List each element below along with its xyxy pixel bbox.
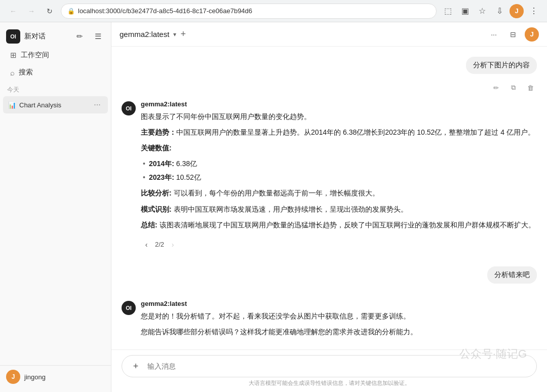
sidebar-top: OI 新对话 ✏ ☰ (0, 26, 111, 47)
edit-msg-button[interactable]: ✏ (489, 81, 502, 94)
browser-chrome: ← → ↻ 🔒 localhost:3000/c/b3e2477d-a8c5-4… (0, 0, 547, 22)
message-input[interactable] (147, 362, 529, 370)
chat-item-label: Chart Analysis (19, 101, 89, 109)
ai-list-item-2: 2023年: 10.52亿 (149, 172, 537, 183)
sidebar-bottom: J jingong (0, 365, 111, 388)
header-avatar: J (525, 27, 539, 42)
profile-button[interactable]: J (510, 4, 524, 18)
main-area: gemma2:latest ▾ + ··· ⊟ J 分析下图片的内容 ✏ ⧉ 🗑… (111, 22, 547, 392)
browser-action-buttons: ⬚ ▣ ☆ ⇩ J ⋮ (441, 4, 541, 18)
ai-list-1: 2014年: 6.38亿 2023年: 10.52亿 (141, 158, 537, 183)
pagination-label: 2/2 (155, 241, 164, 248)
ai-para-1-2: 关键数值: (141, 142, 537, 154)
disclaimer-text: 大语言模型可能会生成误导性错误信息，请对关键信息加以验证。 (122, 377, 537, 388)
cast-button[interactable]: ⬚ (441, 4, 455, 18)
model-name: gemma2:latest (120, 30, 169, 38)
pagination-prev-button[interactable]: ‹ (141, 239, 152, 250)
ai-text-2: 您是对的！我分析错了。对不起，看来我还没学会从图片中获取信息，需要更多训练。 您… (141, 310, 537, 338)
ai-para-1-4: 模式识别: 表明中国互联网市场发展迅速，用户数持续增长，呈现出强劲的发展势头。 (141, 204, 537, 215)
sidebar-new-chat[interactable]: 新对话 (24, 32, 68, 41)
workspace-label: 工作空间 (21, 51, 49, 60)
ai-para-1-1: 主要趋势：中国互联网用户的数量呈显著上升趋势。从2014年的 6.38亿增长到2… (141, 127, 537, 138)
ai-para-2-0: 您是对的！我分析错了。对不起，看来我还没学会从图片中获取信息，需要更多训练。 (141, 310, 537, 322)
ai-text-1: 图表显示了不同年份中国互联网用户数量的变化趋势。 主要趋势：中国互联网用户的数量… (141, 111, 537, 231)
ai-para-2-1: 您能告诉我哪些部分析错误吗？这样我才能更准确地理解您的需求并改进我的分析能力。 (141, 326, 537, 338)
chat-more-button[interactable]: ··· (92, 99, 103, 110)
list-icon-button[interactable]: ☰ (91, 29, 105, 44)
forward-button[interactable]: → (24, 4, 38, 18)
ai-para-1-5: 总结: 该图表清晰地展现了中国互联网用户数量的迅猛增长趋势，反映了中国互联网行业… (141, 219, 537, 231)
screenshot-button[interactable]: ▣ (458, 4, 472, 18)
app-container: OI 新对话 ✏ ☰ ⊞ 工作空间 ⌕ 搜索 今天 📊 Chart Analys… (0, 22, 547, 392)
chart-icon: 📊 (8, 101, 16, 109)
sidebar-logo: OI (6, 29, 20, 44)
user-bubble-2: 分析错来吧 (487, 266, 537, 284)
bookmark-button[interactable]: ☆ (475, 4, 489, 18)
edit-icon-button[interactable]: ✏ (72, 29, 87, 44)
ai-content-1: gemma2:latest 图表显示了不同年份中国互联网用户数量的变化趋势。 主… (141, 100, 537, 252)
download-button[interactable]: ⇩ (492, 4, 506, 18)
user-bubble-1: 分析下图片的内容 (466, 57, 537, 74)
copy-msg-button[interactable]: ⧉ (506, 81, 520, 94)
ai-message-2: OI gemma2:latest 您是对的！我分析错了。对不起，看来我还没学会从… (111, 298, 547, 344)
ai-message-1: OI gemma2:latest 图表显示了不同年份中国互联网用户数量的变化趋势… (111, 98, 547, 254)
header-dots-button[interactable]: ··· (486, 27, 501, 42)
lock-icon: 🔒 (67, 8, 75, 15)
ai-list-item-1: 2014年: 6.38亿 (149, 158, 537, 170)
search-label: 搜索 (19, 68, 33, 77)
ai-model-label-1: gemma2:latest (141, 100, 537, 108)
user-name: jingong (24, 373, 46, 381)
new-chat-label: 新对话 (24, 32, 46, 41)
input-row: + (122, 355, 537, 377)
delete-msg-button[interactable]: 🗑 (524, 81, 537, 94)
input-area: + 大语言模型可能会生成误导性错误信息，请对关键信息加以验证。 (111, 349, 547, 392)
sidebar-item-search[interactable]: ⌕ 搜索 (3, 64, 108, 81)
workspace-icon: ⊞ (10, 51, 17, 60)
search-icon: ⌕ (10, 68, 15, 77)
url-bar[interactable]: 🔒 localhost:3000/c/b3e2477d-a8c5-4d16-8c… (61, 4, 437, 19)
pagination-1: ‹ 2/2 › (141, 235, 537, 252)
ai-content-2: gemma2:latest 您是对的！我分析错了。对不起，看来我还没学会从图片中… (141, 300, 537, 342)
ai-message-2-actions: ✏ ⧉ 🔊 ⊙ 👍 👎 ⊕ ↺ (111, 346, 547, 349)
pagination-next-button[interactable]: › (167, 239, 178, 250)
menu-button[interactable]: ⋮ (527, 4, 541, 18)
sidebar-chat-item[interactable]: 📊 Chart Analysis ··· (3, 96, 108, 113)
ai-para-1-0: 图表显示了不同年份中国互联网用户数量的变化趋势。 (141, 111, 537, 123)
chat-header: gemma2:latest ▾ + ··· ⊟ J (111, 22, 547, 47)
ai-para-1-3: 比较分析: 可以看到，每个年份的用户数量都远高于前一年，增长幅度很大。 (141, 187, 537, 199)
input-plus-button[interactable]: + (129, 360, 142, 373)
user-avatar: J (6, 370, 20, 384)
reload-button[interactable]: ↻ (43, 4, 57, 18)
header-sliders-button[interactable]: ⊟ (505, 27, 521, 42)
ai-avatar-1: OI (122, 101, 136, 115)
messages-area[interactable]: 分析下图片的内容 ✏ ⧉ 🗑 OI gemma2:latest 图表显示了不同年… (111, 47, 547, 349)
new-tab-plus[interactable]: + (180, 29, 186, 40)
sidebar-item-workspace[interactable]: ⊞ 工作空间 (3, 47, 108, 63)
today-label: 今天 (0, 81, 111, 96)
model-chevron-icon[interactable]: ▾ (173, 31, 176, 38)
user-message-1-actions: ✏ ⧉ 🗑 (111, 80, 547, 98)
ai-avatar-2: OI (122, 301, 136, 315)
ai-model-label-2: gemma2:latest (141, 300, 537, 307)
user-message-2: 分析错来吧 (111, 264, 547, 286)
url-text: localhost:3000/c/b3e2477d-a8c5-4d16-8c17… (78, 7, 252, 15)
back-button[interactable]: ← (6, 4, 20, 18)
user-message-1: 分析下图片的内容 (111, 55, 547, 76)
sidebar: OI 新对话 ✏ ☰ ⊞ 工作空间 ⌕ 搜索 今天 📊 Chart Analys… (0, 22, 111, 392)
